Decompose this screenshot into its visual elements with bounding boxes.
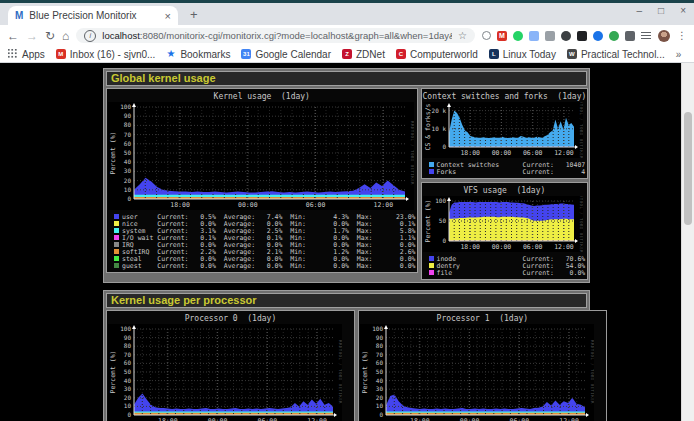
svg-text:12:00: 12:00 xyxy=(554,243,574,251)
legend-swatch xyxy=(429,162,434,167)
svg-text:RRDTOOL / TOBI OETIKER: RRDTOOL / TOBI OETIKER xyxy=(579,196,583,252)
chart-title: Processor 1 (1day) xyxy=(360,312,605,324)
svg-text:Percent (%): Percent (%) xyxy=(109,131,117,174)
bookmark-linux-today[interactable]: LLinux Today xyxy=(489,49,556,60)
legend-swatch xyxy=(114,249,119,254)
reading-list-icon[interactable] xyxy=(641,32,651,40)
search-icon[interactable] xyxy=(482,31,491,40)
pages-icon[interactable] xyxy=(529,31,539,41)
svg-text:18:00: 18:00 xyxy=(460,149,480,157)
gray-box-icon[interactable] xyxy=(545,31,555,41)
bookmark-bookmarks[interactable]: ★Bookmarks xyxy=(166,49,230,60)
window-close-button[interactable]: × xyxy=(680,5,686,16)
section-kernel-per-processor: Kernel usage per processor Processor 0 (… xyxy=(103,290,590,421)
svg-text:90: 90 xyxy=(376,334,384,341)
minimize-button[interactable]: – xyxy=(637,5,643,16)
bookmarks-overflow-icon[interactable]: » xyxy=(676,49,682,60)
svg-text:Percent (%): Percent (%) xyxy=(424,199,432,242)
bookmark-label: Google Calendar xyxy=(255,49,331,60)
svg-text:100: 100 xyxy=(372,325,383,332)
tab-close-icon[interactable]: × xyxy=(165,10,171,22)
svg-text:RRDTOOL / TOBI OETIKER: RRDTOOL / TOBI OETIKER xyxy=(338,340,342,404)
profile-avatar[interactable] xyxy=(658,30,670,42)
svg-text:0: 0 xyxy=(442,237,446,244)
svg-text:00:00: 00:00 xyxy=(491,149,511,157)
svg-text:80: 80 xyxy=(124,121,132,128)
bookmark-practical-technology[interactable]: WPractical Technol... xyxy=(567,49,665,60)
svg-text:90: 90 xyxy=(124,112,132,119)
bookmark-label: Inbox (16) - sjvn0... xyxy=(70,49,156,60)
svg-text:12:00: 12:00 xyxy=(554,149,574,157)
forward-button[interactable]: → xyxy=(26,30,38,42)
scrollbar-thumb[interactable] xyxy=(684,112,692,225)
tab-title: Blue Precision Monitorix xyxy=(29,10,160,21)
svg-text:40: 40 xyxy=(124,377,132,384)
bookmarks-icon: ★ xyxy=(166,49,176,59)
bookmarks-bar: AppsMInbox (16) - sjvn0...★Bookmarks31Go… xyxy=(0,46,694,63)
svg-text:06:00: 06:00 xyxy=(509,417,529,421)
legend-swatch xyxy=(429,270,434,275)
bookmark-inbox[interactable]: MInbox (16) - sjvn0... xyxy=(56,49,156,60)
svg-text:10 k: 10 k xyxy=(431,125,446,132)
browser-tab[interactable]: M Blue Precision Monitorix × xyxy=(8,6,178,25)
eye-icon[interactable] xyxy=(561,31,571,41)
page-scrollbar[interactable] xyxy=(681,63,694,421)
green-circle-icon[interactable] xyxy=(609,31,619,41)
kernel-usage-chart[interactable]: Kernel usage (1day) 01020304050607080901… xyxy=(106,88,418,273)
bookmark-apps[interactable]: Apps xyxy=(8,49,45,60)
svg-text:RRDTOOL / TOBI OETIKER: RRDTOOL / TOBI OETIKER xyxy=(590,340,594,404)
browser-menu-icon[interactable]: ⋮ xyxy=(677,30,687,41)
bookmark-zdnet[interactable]: ZZDNet xyxy=(342,49,385,60)
svg-text:12:00: 12:00 xyxy=(307,417,327,421)
svg-text:30: 30 xyxy=(124,167,132,174)
svg-text:60: 60 xyxy=(376,359,384,366)
gmail-icon[interactable]: M xyxy=(497,31,507,41)
svg-text:80: 80 xyxy=(124,342,132,349)
blue-circle-icon[interactable] xyxy=(593,31,603,41)
processor0-chart[interactable]: Processor 0 (1day) 010203040506070809010… xyxy=(106,310,355,421)
bookmark-label: Bookmarks xyxy=(180,49,230,60)
window-controls: – □ × xyxy=(637,5,686,16)
vfs-usage-chart[interactable]: VFS usage (1day) 05010018:0000:0006:0012… xyxy=(421,182,589,280)
svg-text:20: 20 xyxy=(124,394,132,401)
bookmark-star-icon[interactable]: ☆ xyxy=(458,30,467,41)
svg-text:50: 50 xyxy=(438,217,446,224)
maximize-button[interactable]: □ xyxy=(658,5,664,16)
page-info-icon[interactable]: i xyxy=(84,30,96,42)
svg-text:Percent (%): Percent (%) xyxy=(361,350,369,393)
legend-swatch xyxy=(114,214,119,219)
page-content: Global kernel usage Kernel usage (1day) … xyxy=(0,63,694,421)
home-button[interactable]: ⌂ xyxy=(62,30,69,42)
url-bar[interactable]: i localhost:8080/monitorix-cgi/monitorix… xyxy=(76,28,475,43)
practical-technology-icon: W xyxy=(567,49,577,59)
svg-text:10: 10 xyxy=(376,402,384,409)
legend-text: guest Current: 0.0% Average: 0.0% Min: 0… xyxy=(122,262,416,270)
svg-text:06:00: 06:00 xyxy=(306,201,326,209)
svg-text:100: 100 xyxy=(120,103,131,110)
back-button[interactable]: ← xyxy=(7,30,19,42)
extension-icons: M xyxy=(482,31,651,41)
svg-text:00:00: 00:00 xyxy=(460,417,480,421)
google-calendar-icon: 31 xyxy=(241,49,251,59)
svg-text:06:00: 06:00 xyxy=(522,149,542,157)
new-tab-button[interactable]: + xyxy=(190,8,198,21)
bookmarks-list: AppsMInbox (16) - sjvn0...★Bookmarks31Go… xyxy=(8,49,676,60)
context-switches-chart[interactable]: Context switches and forks (1day) 010 k2… xyxy=(421,88,589,179)
svg-text:100: 100 xyxy=(435,197,446,204)
svg-text:06:00: 06:00 xyxy=(522,243,542,251)
puzzle-icon[interactable] xyxy=(625,31,635,41)
svg-text:70: 70 xyxy=(124,351,132,358)
svg-text:20 k: 20 k xyxy=(431,107,446,114)
svg-text:0: 0 xyxy=(379,411,383,418)
svg-text:20: 20 xyxy=(376,394,384,401)
monitorix-page: Global kernel usage Kernel usage (1day) … xyxy=(103,68,590,421)
reload-button[interactable]: ↻ xyxy=(45,30,55,42)
svg-text:70: 70 xyxy=(376,351,384,358)
dark-box-icon[interactable] xyxy=(577,31,587,41)
bookmark-google-calendar[interactable]: 31Google Calendar xyxy=(241,49,331,60)
url-host: localhost xyxy=(102,30,140,41)
bookmark-computerworld[interactable]: CComputerworld xyxy=(396,49,478,60)
whatsapp-icon[interactable] xyxy=(513,31,523,41)
svg-text:RRDTOOL / TOBI OETIKER: RRDTOOL / TOBI OETIKER xyxy=(410,121,414,185)
processor1-chart[interactable]: Processor 1 (1day) 010203040506070809010… xyxy=(358,310,607,421)
